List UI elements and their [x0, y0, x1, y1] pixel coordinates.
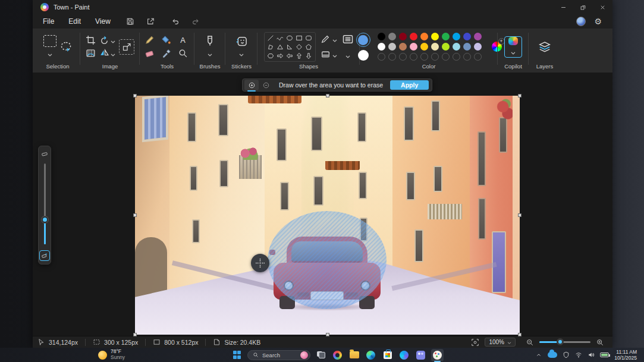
- shape-polygon[interactable]: [266, 43, 275, 51]
- color-swatch-empty[interactable]: [474, 53, 482, 61]
- secondary-color-well[interactable]: [358, 50, 369, 61]
- color-swatch-empty[interactable]: [453, 53, 460, 61]
- rectangle-select-tool[interactable]: [43, 35, 56, 47]
- shape-arrow-up[interactable]: [295, 52, 304, 60]
- pencil-tool-icon[interactable]: [144, 35, 155, 45]
- erase-selection-ellipse[interactable]: [268, 211, 387, 309]
- color-swatch[interactable]: [474, 43, 482, 51]
- remove-background-icon[interactable]: [86, 48, 96, 58]
- magnifier-tool-icon[interactable]: [178, 48, 188, 58]
- store-button[interactable]: [381, 349, 394, 361]
- canvas-handle-left[interactable]: [133, 213, 137, 217]
- color-swatch-empty[interactable]: [431, 53, 439, 61]
- color-swatch[interactable]: [410, 33, 417, 40]
- shape-arrow-right[interactable]: [276, 52, 285, 60]
- copilot-button[interactable]: [504, 36, 522, 58]
- color-swatch[interactable]: [378, 33, 385, 40]
- color-swatch[interactable]: [463, 33, 471, 40]
- volume-icon[interactable]: [588, 351, 595, 358]
- erase-add-area-toggle[interactable]: [244, 80, 259, 90]
- rotate-icon[interactable]: [99, 35, 115, 46]
- undo-icon[interactable]: [168, 15, 183, 27]
- fit-to-screen-icon[interactable]: [471, 338, 479, 347]
- shape-arrow-down[interactable]: [304, 52, 313, 60]
- weather-widget[interactable]: 78°F Sunny: [98, 349, 125, 361]
- save-icon[interactable]: [122, 15, 138, 27]
- canvas-handle-bottom-left[interactable]: [133, 333, 137, 336]
- wifi-icon[interactable]: [575, 351, 582, 358]
- color-swatch-empty[interactable]: [463, 53, 471, 61]
- color-swatch[interactable]: [388, 43, 396, 51]
- start-button[interactable]: [231, 349, 243, 361]
- shape-ellipse[interactable]: [285, 34, 294, 42]
- teams-button[interactable]: [414, 349, 427, 361]
- security-icon[interactable]: [563, 351, 570, 358]
- shape-line[interactable]: [266, 34, 275, 42]
- task-view-button[interactable]: [315, 349, 327, 361]
- eraser-size-slider[interactable]: [44, 163, 46, 244]
- shape-rectangle[interactable]: [295, 34, 304, 42]
- color-swatch[interactable]: [442, 43, 450, 51]
- file-explorer-button[interactable]: [348, 349, 360, 361]
- eraser-size-slider-thumb[interactable]: [42, 216, 48, 223]
- brushes-button[interactable]: [204, 35, 216, 59]
- primary-color-well[interactable]: [356, 33, 370, 47]
- color-swatch[interactable]: [378, 43, 385, 51]
- onedrive-icon[interactable]: [548, 352, 557, 358]
- shape-arrow-left[interactable]: [285, 52, 294, 60]
- generative-eraser-button[interactable]: [39, 250, 50, 261]
- shape-outline-button[interactable]: [321, 34, 337, 45]
- photos-app-button[interactable]: [331, 349, 344, 361]
- color-swatch[interactable]: [420, 43, 428, 51]
- canvas-handle-bottom[interactable]: [326, 333, 329, 336]
- color-swatch[interactable]: [431, 43, 439, 51]
- free-select-tool[interactable]: [60, 41, 72, 53]
- canvas-handle-top-right[interactable]: [518, 94, 522, 97]
- shape-triangle[interactable]: [276, 43, 285, 51]
- color-swatch-empty[interactable]: [399, 53, 407, 61]
- erase-remove-area-toggle[interactable]: [259, 80, 273, 90]
- view-menu[interactable]: View: [88, 15, 118, 27]
- canvas-handle-top[interactable]: [326, 94, 329, 97]
- edit-menu[interactable]: Edit: [61, 15, 88, 27]
- color-swatch[interactable]: [431, 33, 439, 40]
- battery-icon[interactable]: [600, 352, 609, 357]
- layers-button[interactable]: [538, 40, 551, 53]
- canvas-handle-bottom-right[interactable]: [518, 333, 522, 336]
- color-swatch[interactable]: [453, 33, 460, 40]
- shape-rounded-rectangle[interactable]: [304, 34, 313, 42]
- color-swatch[interactable]: [474, 33, 482, 40]
- zoom-out-icon[interactable]: [526, 338, 534, 347]
- eraser-tool-icon[interactable]: [144, 48, 155, 58]
- flip-icon[interactable]: [99, 48, 115, 59]
- maximize-button[interactable]: [573, 0, 593, 14]
- selection-move-handle[interactable]: [251, 254, 269, 272]
- settings-gear-icon[interactable]: ⚙: [594, 17, 602, 26]
- shape-hexagon[interactable]: [266, 52, 275, 60]
- canvas-handle-top-left[interactable]: [133, 94, 137, 97]
- color-swatch[interactable]: [420, 33, 428, 40]
- redo-icon[interactable]: [188, 15, 203, 27]
- search-box[interactable]: Search: [247, 350, 310, 360]
- selection-chevron-icon[interactable]: [48, 48, 52, 59]
- copilot-taskbar-button[interactable]: [398, 349, 410, 361]
- crop-icon[interactable]: [86, 35, 96, 45]
- minimize-button[interactable]: [554, 0, 573, 14]
- shape-size-chevron-icon[interactable]: [345, 50, 350, 61]
- color-swatch[interactable]: [399, 43, 407, 51]
- shape-pentagon[interactable]: [304, 43, 313, 51]
- shape-size-button[interactable]: [342, 33, 354, 45]
- apply-button[interactable]: Apply: [390, 80, 429, 90]
- tray-clock[interactable]: 11:11 AM 10/1/2025: [614, 349, 637, 361]
- color-swatch[interactable]: [388, 33, 396, 40]
- edge-button[interactable]: [365, 349, 377, 361]
- color-swatch[interactable]: [410, 43, 417, 51]
- shape-curve[interactable]: [276, 34, 285, 42]
- fill-tool-icon[interactable]: [161, 35, 171, 45]
- color-swatch-empty[interactable]: [378, 53, 385, 61]
- canvas-painting[interactable]: [135, 96, 520, 335]
- zoom-level-select[interactable]: 100%: [485, 338, 516, 347]
- shape-diamond[interactable]: [295, 43, 304, 51]
- color-swatch[interactable]: [453, 43, 460, 51]
- color-picker-tool-icon[interactable]: [161, 48, 171, 58]
